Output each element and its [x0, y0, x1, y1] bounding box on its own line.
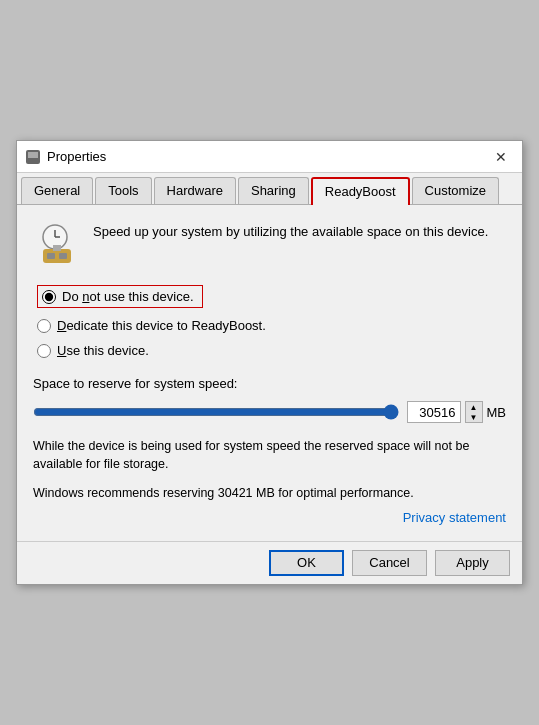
recommend-text: Windows recommends reserving 30421 MB fo… [33, 484, 506, 502]
radio-dedicate-label: Dedicate this device to ReadyBoost. [57, 318, 266, 333]
properties-window: Properties ✕ General Tools Hardware Shar… [16, 140, 523, 584]
svg-rect-8 [53, 245, 61, 251]
radio-no-use-label: Do not use this device. [62, 289, 194, 304]
spin-up-button[interactable]: ▲ [466, 402, 482, 412]
ok-button[interactable]: OK [269, 550, 344, 576]
radio-no-use[interactable]: Do not use this device. [37, 285, 506, 308]
tab-bar: General Tools Hardware Sharing ReadyBoos… [17, 173, 522, 205]
tab-hardware[interactable]: Hardware [154, 177, 236, 204]
space-value-input[interactable] [407, 401, 461, 423]
privacy-link[interactable]: Privacy statement [33, 510, 506, 525]
svg-rect-6 [47, 253, 55, 259]
button-bar: OK Cancel Apply [17, 541, 522, 584]
radio-use-label: Use this device. [57, 343, 149, 358]
apply-button[interactable]: Apply [435, 550, 510, 576]
tab-general[interactable]: General [21, 177, 93, 204]
header-text: Speed up your system by utilizing the av… [93, 221, 488, 241]
space-slider[interactable] [33, 402, 399, 422]
spin-buttons: ▲ ▼ [465, 401, 483, 423]
svg-rect-7 [59, 253, 67, 259]
tab-content: Speed up your system by utilizing the av… [17, 205, 522, 540]
close-button[interactable]: ✕ [488, 147, 514, 167]
radio-use-input[interactable] [37, 344, 51, 358]
header-section: Speed up your system by utilizing the av… [33, 221, 506, 269]
title-bar-left: Properties [25, 149, 106, 165]
window-icon [25, 149, 41, 165]
radio-use[interactable]: Use this device. [37, 343, 506, 358]
spin-down-button[interactable]: ▼ [466, 412, 482, 422]
radio-dedicate[interactable]: Dedicate this device to ReadyBoost. [37, 318, 506, 333]
svg-rect-1 [28, 152, 38, 158]
space-label: Space to reserve for system speed: [33, 376, 506, 391]
radio-group: Do not use this device. Dedicate this de… [33, 285, 506, 358]
tab-readyboost[interactable]: ReadyBoost [311, 177, 410, 205]
tab-sharing[interactable]: Sharing [238, 177, 309, 204]
title-bar: Properties ✕ [17, 141, 522, 173]
radio-dedicate-input[interactable] [37, 319, 51, 333]
info-text: While the device is being used for syste… [33, 437, 506, 473]
value-box: ▲ ▼ MB [407, 401, 507, 423]
tab-tools[interactable]: Tools [95, 177, 151, 204]
window-title: Properties [47, 149, 106, 164]
unit-label: MB [487, 405, 507, 420]
slider-row: ▲ ▼ MB [33, 401, 506, 423]
tab-customize[interactable]: Customize [412, 177, 499, 204]
space-section: Space to reserve for system speed: ▲ ▼ M… [33, 376, 506, 423]
device-icon [33, 221, 81, 269]
slider-wrapper [33, 402, 399, 422]
radio-no-use-input[interactable] [42, 290, 56, 304]
cancel-button[interactable]: Cancel [352, 550, 427, 576]
